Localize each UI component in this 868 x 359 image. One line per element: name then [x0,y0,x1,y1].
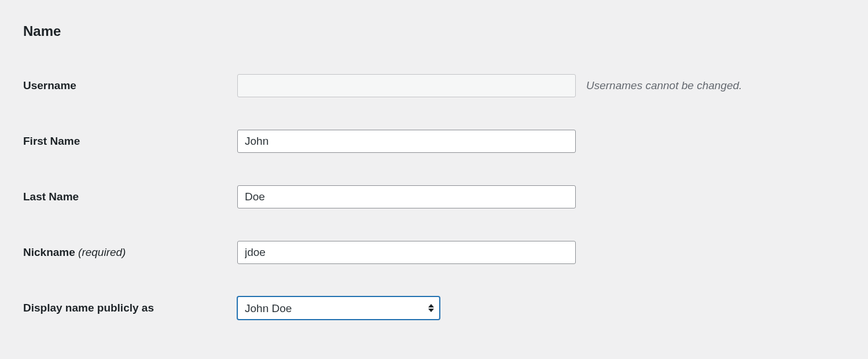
nickname-label: Nickname (required) [23,246,237,259]
display-name-row: Display name publicly as John Doe [23,296,845,320]
username-field [237,74,576,97]
name-section: Name Username Usernames cannot be change… [0,0,868,320]
display-name-select-wrapper: John Doe [237,296,440,320]
nickname-field[interactable] [237,241,576,264]
first-name-row: First Name [23,130,845,153]
display-name-select[interactable]: John Doe [237,296,440,320]
nickname-label-text: Nickname [23,246,75,258]
username-label: Username [23,79,237,92]
username-row: Username Usernames cannot be changed. [23,74,845,97]
display-name-label: Display name publicly as [23,302,237,314]
nickname-label-suffix: (required) [78,246,126,258]
username-description: Usernames cannot be changed. [586,79,742,92]
first-name-label: First Name [23,135,237,148]
section-title: Name [23,23,845,39]
last-name-row: Last Name [23,185,845,208]
first-name-field[interactable] [237,130,576,153]
last-name-label: Last Name [23,191,237,203]
last-name-field[interactable] [237,185,576,208]
nickname-row: Nickname (required) [23,241,845,264]
